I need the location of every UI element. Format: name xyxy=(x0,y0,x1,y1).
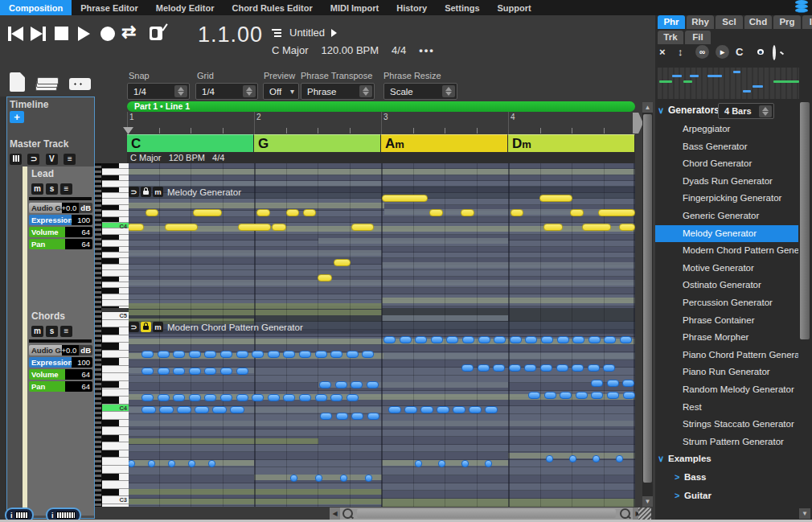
melody-note[interactable] xyxy=(193,209,222,216)
song-list-icon[interactable] xyxy=(272,28,283,38)
track-panel-lead[interactable]: Leadms≡Audio Gain+0.0dBExpression100Volu… xyxy=(7,166,94,309)
key-display[interactable]: C Major xyxy=(272,44,309,56)
generator-item-random-melody-generator[interactable]: Random Melody Generator xyxy=(655,381,798,398)
menu-icon[interactable]: ≡ xyxy=(64,154,76,165)
generator-item-ostinato-generator[interactable]: Ostinato Generator xyxy=(655,277,798,294)
generator-item-arpeggiator[interactable]: Arpeggiator xyxy=(655,121,798,138)
solo-button[interactable]: s xyxy=(46,183,58,195)
chord-note[interactable] xyxy=(485,406,498,413)
melody-note[interactable] xyxy=(238,224,271,231)
zoom-out-icon[interactable] xyxy=(342,508,353,519)
chord-note[interactable] xyxy=(544,392,556,399)
pan-slider[interactable]: Pan64 xyxy=(29,239,92,249)
horizontal-scrollbar[interactable]: ◀ ▶ xyxy=(330,508,643,520)
parts-stack-icon[interactable] xyxy=(35,76,57,91)
expand-icon[interactable]: ↕ xyxy=(678,46,683,58)
menubar-item-history[interactable]: History xyxy=(388,0,436,15)
chord-note[interactable] xyxy=(493,364,505,372)
melody-note[interactable] xyxy=(382,195,428,202)
search-icon[interactable] xyxy=(773,47,776,59)
chord-note[interactable] xyxy=(351,413,363,420)
melody-note[interactable] xyxy=(511,209,523,216)
melody-note[interactable] xyxy=(570,209,584,216)
chord-note[interactable] xyxy=(173,368,185,375)
pan-slider[interactable]: Pan64 xyxy=(29,381,92,392)
meter-display[interactable]: 4/4 xyxy=(392,44,406,56)
chord-note[interactable] xyxy=(299,351,311,358)
scroll-up-button[interactable]: ▲ xyxy=(642,102,653,113)
chord-note[interactable] xyxy=(252,394,264,401)
grid-select[interactable]: 1/4 xyxy=(195,83,258,100)
chord-note[interactable] xyxy=(593,455,600,462)
chord-note[interactable] xyxy=(616,455,623,462)
piano-keyboard-lead[interactable]: C4 xyxy=(101,163,129,308)
chord-note[interactable] xyxy=(437,406,449,413)
menubar-item-phrase-editor[interactable]: Phrase Editor xyxy=(72,0,147,15)
chord-note[interactable] xyxy=(351,381,363,388)
chord-note[interactable] xyxy=(461,364,474,372)
chord-note[interactable] xyxy=(404,406,417,413)
chord-note[interactable] xyxy=(469,406,482,413)
chord-note[interactable] xyxy=(128,460,135,467)
chord-note[interactable] xyxy=(622,380,634,387)
chord-note[interactable] xyxy=(588,364,600,372)
generators-collapse-icon[interactable]: ∨ xyxy=(658,105,664,116)
track-panel-chords[interactable]: Chordsms≡Audio Gain+0.0dBExpression100Vo… xyxy=(7,309,94,516)
chord-note[interactable] xyxy=(141,406,156,413)
chord-segment-C[interactable]: C xyxy=(127,134,254,152)
link-icon[interactable]: ∞ xyxy=(695,45,709,59)
tab-ins[interactable]: Ins xyxy=(802,15,812,29)
menubar-item-midi-import[interactable]: MIDI Import xyxy=(322,0,388,15)
chord-note[interactable] xyxy=(347,351,359,358)
solo-button[interactable]: s xyxy=(46,326,58,337)
add-track-button[interactable]: + xyxy=(10,111,24,123)
chord-note[interactable] xyxy=(604,336,616,343)
melody-note[interactable] xyxy=(165,224,198,231)
chord-note[interactable] xyxy=(336,413,348,420)
black-key[interactable] xyxy=(102,343,119,350)
lock-icon[interactable] xyxy=(141,187,151,197)
chord-note[interactable] xyxy=(335,381,347,388)
snap-select[interactable]: 1/4 xyxy=(127,83,190,100)
melody-note[interactable] xyxy=(286,209,299,216)
hook-icon[interactable]: ⊃ xyxy=(27,154,39,165)
melody-note[interactable] xyxy=(543,224,563,231)
chord-note[interactable] xyxy=(347,394,359,401)
hook-icon[interactable]: ⊃ xyxy=(129,322,139,332)
black-key[interactable] xyxy=(102,235,119,240)
chord-note[interactable] xyxy=(189,351,201,358)
chord-note[interactable] xyxy=(290,475,297,482)
chord-note[interactable] xyxy=(485,460,492,467)
chord-note[interactable] xyxy=(524,364,536,372)
black-key[interactable] xyxy=(102,205,119,210)
black-key[interactable] xyxy=(102,397,119,404)
panel-vertical-scrollbar[interactable]: ▼ xyxy=(799,101,810,519)
melody-note[interactable] xyxy=(318,274,332,282)
chord-note[interactable] xyxy=(141,351,154,358)
chord-note[interactable] xyxy=(230,406,244,413)
song-title[interactable]: Untitled xyxy=(289,27,325,39)
scroll-left-button[interactable]: ◀ xyxy=(330,508,340,520)
black-key[interactable] xyxy=(102,358,119,365)
chord-note[interactable] xyxy=(525,336,537,343)
expression-slider[interactable]: Expression100 xyxy=(29,357,92,368)
menubar-item-chord-rules-editor[interactable]: Chord Rules Editor xyxy=(223,0,321,15)
melody-note[interactable] xyxy=(429,209,443,216)
generator-item-chord-generator[interactable]: Chord Generator xyxy=(655,155,798,172)
resize-grip[interactable] xyxy=(638,508,651,520)
chord-note[interactable] xyxy=(236,351,248,358)
black-key[interactable] xyxy=(102,489,119,496)
track-menu-button[interactable]: ≡ xyxy=(60,326,72,337)
chord-note[interactable] xyxy=(204,394,216,401)
chord-note[interactable] xyxy=(158,394,170,401)
melody-note[interactable] xyxy=(256,209,270,216)
chord-note[interactable] xyxy=(388,406,401,413)
bars-select[interactable]: 4 Bars xyxy=(718,103,774,119)
tab-rhy[interactable]: Rhy xyxy=(687,15,714,29)
chord-note[interactable] xyxy=(576,392,588,399)
piano-view-icon[interactable] xyxy=(10,154,22,165)
chord-note[interactable] xyxy=(340,475,347,482)
chord-note[interactable] xyxy=(569,455,576,462)
chord-note[interactable] xyxy=(461,460,469,467)
chord-note[interactable] xyxy=(546,455,553,462)
